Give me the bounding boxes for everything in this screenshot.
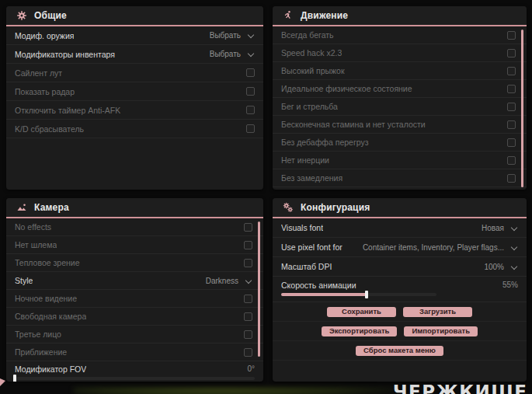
slider-thumb[interactable] (365, 291, 368, 298)
dropdown-value: 100% (484, 263, 504, 271)
row-label: Масштаб DPI (281, 262, 332, 271)
dropdown-value: Выбрать (210, 50, 241, 58)
run-and-shoot-checkbox[interactable] (507, 103, 516, 111)
fov-slider-thumb[interactable] (13, 375, 16, 382)
perfect-condition-checkbox[interactable] (507, 85, 516, 93)
night-vision-checkbox[interactable] (244, 295, 252, 303)
infinite-stamina-checkbox[interactable] (507, 120, 516, 129)
row-always-run[interactable]: Всегда бегать (273, 26, 527, 44)
button-row-export-import: Экспортировать Импортировать (273, 322, 527, 341)
no-slowdown-checkbox[interactable] (507, 174, 516, 183)
row-no-effects[interactable]: No effects (6, 218, 263, 236)
row-infinite-stamina[interactable]: Бесконечная стамина и нет усталости (273, 116, 527, 134)
row-zoom[interactable]: Приближение (6, 343, 263, 361)
no-overload-debuff-checkbox[interactable] (507, 138, 516, 147)
row-no-slowdown[interactable]: Без замедления (273, 169, 527, 187)
row-label: Модиф. оружия (15, 31, 74, 40)
chevron-down-icon (245, 277, 252, 284)
row-run-and-shoot[interactable]: Бег и стрельба (273, 98, 527, 116)
third-person-checkbox[interactable] (244, 330, 252, 339)
high-jump-checkbox[interactable] (507, 67, 516, 75)
row-label: Приближение (15, 347, 67, 357)
row-speed-hack[interactable]: Speed hack x2.3 (273, 44, 527, 62)
row-label: Сайлент лут (15, 68, 62, 78)
dropdown-value: Новая (482, 224, 504, 232)
game-watermark-text: ЧЕРЖКИШЕ (393, 382, 527, 394)
row-high-jump[interactable]: Высокий прыжок (273, 62, 527, 80)
chevron-down-icon (511, 225, 518, 232)
panel-title: Движение (301, 10, 348, 21)
row-label: Отключить таймер Anti-AFK (15, 106, 120, 115)
button-row-reset: Сброс макета меню (273, 341, 527, 361)
row-perfect-condition[interactable]: Идеальное физическое состояние (273, 80, 527, 98)
row-label: Use pixel font for (281, 242, 342, 252)
row-no-helmet[interactable]: Нет шлема (6, 236, 263, 254)
visuals-font-dropdown[interactable]: Новая (482, 224, 518, 232)
zoom-checkbox[interactable] (244, 348, 252, 357)
export-button[interactable]: Экспортировать (322, 326, 397, 336)
row-label: Тепловое зрение (15, 258, 80, 267)
row-kd-resetter[interactable]: K/D сбрасыватель (6, 120, 263, 138)
pixel-font-dropdown[interactable]: Container items, Inventory, Player flags… (363, 243, 518, 252)
always-run-checkbox[interactable] (507, 31, 516, 40)
anti-afk-timer-checkbox[interactable] (246, 106, 255, 114)
row-show-radar[interactable]: Показать радар (6, 82, 263, 101)
style-dropdown[interactable]: Darkness (206, 277, 252, 285)
free-camera-checkbox[interactable] (244, 312, 252, 321)
no-effects-checkbox[interactable] (244, 223, 252, 232)
row-no-inertia[interactable]: Нет инерции (273, 152, 527, 169)
panel-general: Общие Модиф. оружия Выбрать Модификаторы… (6, 6, 263, 190)
row-no-overload-debuff[interactable]: Без дебаффа перегруз (273, 134, 527, 152)
show-radar-checkbox[interactable] (246, 87, 255, 96)
movement-scrollbar[interactable] (521, 30, 523, 187)
dpi-scale-dropdown[interactable]: 100% (484, 263, 518, 271)
reset-layout-button[interactable]: Сброс макета меню (356, 346, 443, 356)
no-helmet-checkbox[interactable] (244, 241, 252, 249)
panel-camera-header: Камера (6, 198, 263, 218)
row-label: Ночное видение (15, 294, 77, 303)
row-night-vision[interactable]: Ночное видение (6, 290, 263, 308)
runner-icon (283, 10, 294, 21)
row-label: Всегда бегать (281, 30, 334, 40)
row-weapon-mod: Модиф. оружия Выбрать (6, 26, 263, 45)
dropdown-value: Darkness (206, 277, 238, 285)
row-silent-loot[interactable]: Сайлент лут (6, 64, 263, 82)
row-style: Style Darkness (6, 272, 263, 290)
row-visuals-font: Visuals font Новая (273, 218, 527, 238)
image-icon (16, 202, 27, 213)
animation-speed-slider[interactable] (281, 293, 436, 296)
row-label: Нет инерции (281, 155, 329, 165)
row-label: Идеальное физическое состояние (281, 84, 412, 93)
import-button[interactable]: Импортировать (404, 326, 478, 336)
silent-loot-checkbox[interactable] (246, 68, 255, 77)
gears-icon (283, 202, 294, 213)
panel-general-header: Общие (6, 6, 263, 26)
row-label: K/D сбрасыватель (15, 124, 84, 134)
row-free-camera[interactable]: Свободная камера (6, 308, 263, 326)
row-label: Модификаторы инвентаря (15, 50, 115, 59)
slider-label: Модификатор FOV (15, 364, 86, 374)
row-dpi-scale: Масштаб DPI 100% (273, 257, 527, 277)
row-label: Бесконечная стамина и нет усталости (281, 120, 426, 129)
row-label: Без замедления (281, 173, 342, 183)
row-label: Свободная камера (15, 312, 86, 321)
row-anti-afk-timer[interactable]: Отключить таймер Anti-AFK (6, 101, 263, 120)
row-thermal-vision[interactable]: Тепловое зрение (6, 254, 263, 272)
fov-value: 0° (247, 364, 255, 373)
row-label: Visuals font (281, 223, 323, 232)
no-inertia-checkbox[interactable] (507, 156, 516, 165)
panel-title: Камера (34, 202, 69, 213)
panel-movement: Движение Всегда бегать Speed hack x2.3 В… (273, 6, 527, 190)
fov-slider[interactable] (15, 377, 255, 380)
save-button[interactable]: Сохранить (327, 307, 396, 317)
row-third-person[interactable]: Третье лицо (6, 326, 263, 343)
kd-resetter-checkbox[interactable] (246, 124, 255, 133)
row-label: Speed hack x2.3 (281, 48, 342, 58)
thermal-vision-checkbox[interactable] (244, 259, 252, 267)
weapon-mod-dropdown[interactable]: Выбрать (210, 31, 255, 40)
load-button[interactable]: Загрузить (403, 307, 472, 317)
camera-scrollbar[interactable] (258, 221, 260, 357)
gear-icon (16, 10, 27, 21)
speed-hack-checkbox[interactable] (507, 49, 516, 58)
inventory-mods-dropdown[interactable]: Выбрать (210, 50, 255, 58)
